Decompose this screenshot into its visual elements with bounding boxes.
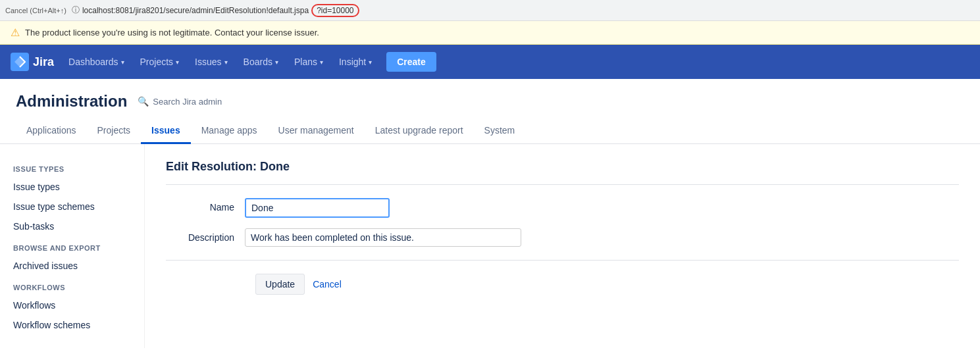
search-icon: 🔍: [138, 96, 149, 107]
content-area: ISSUE TYPES Issue types Issue type schem…: [0, 144, 980, 348]
sidebar-section-workflows: WORKFLOWS Workflows Workflow schemes: [0, 276, 144, 335]
url-base-text: localhost:8081/jira8201/secure/admin/Edi…: [82, 6, 309, 15]
form-row-name: Name: [166, 198, 959, 218]
form-row-description: Description: [166, 228, 959, 247]
nav-boards[interactable]: Boards▾: [237, 53, 285, 71]
sidebar-item-archived-issues[interactable]: Archived issues: [0, 256, 144, 276]
nav-insight[interactable]: Insight▾: [332, 53, 378, 71]
form-divider: [166, 260, 959, 261]
main-content: Edit Resolution: Done Name Description U…: [145, 144, 980, 348]
nav-issues[interactable]: Issues▾: [188, 53, 234, 71]
jira-logo-text: Jira: [33, 55, 54, 69]
description-label: Description: [166, 228, 245, 243]
sidebar-section-title-browse-export: BROWSE AND EXPORT: [0, 236, 144, 256]
sidebar-item-workflow-schemes[interactable]: Workflow schemes: [0, 315, 144, 335]
sidebar-item-issue-type-schemes[interactable]: Issue type schemes: [0, 197, 144, 216]
browser-bar: Cancel (Ctrl+Alt+↑) ⓘ localhost:8081/jir…: [0, 0, 980, 21]
sidebar-item-workflows[interactable]: Workflows: [0, 295, 144, 315]
tab-latest-upgrade[interactable]: Latest upgrade report: [365, 118, 474, 144]
admin-header: Administration 🔍 Search Jira admin: [0, 79, 980, 111]
warning-icon: ⚠: [11, 26, 20, 39]
license-warning-banner: ⚠ The product license you're using is no…: [0, 21, 980, 45]
top-nav: Jira Dashboards▾ Projects▾ Issues▾ Board…: [0, 45, 980, 79]
nav-projects[interactable]: Projects▾: [134, 53, 186, 71]
tab-system[interactable]: System: [474, 118, 526, 144]
nav-dashboards[interactable]: Dashboards▾: [62, 53, 131, 71]
create-button[interactable]: Create: [386, 52, 436, 72]
info-icon: ⓘ: [72, 5, 80, 16]
description-input[interactable]: [245, 228, 521, 247]
chevron-down-icon: ▾: [275, 59, 278, 66]
form-actions: Update Cancel: [255, 274, 959, 295]
sidebar-item-sub-tasks[interactable]: Sub-tasks: [0, 216, 144, 236]
chevron-down-icon: ▾: [121, 59, 124, 66]
admin-title: Administration: [16, 92, 127, 111]
license-warning-text: The product license you're using is not …: [25, 28, 319, 38]
tab-applications[interactable]: Applications: [16, 118, 87, 144]
url-param-highlight: ?id=10000: [311, 4, 359, 17]
name-label: Name: [166, 198, 245, 213]
tab-user-management[interactable]: User management: [268, 118, 365, 144]
chevron-down-icon: ▾: [320, 59, 323, 66]
chevron-down-icon: ▾: [369, 59, 372, 66]
chevron-down-icon: ▾: [176, 59, 179, 66]
admin-tabs: Applications Projects Issues Manage apps…: [0, 118, 980, 144]
sidebar: ISSUE TYPES Issue types Issue type schem…: [0, 144, 145, 348]
sidebar-section-issue-types: ISSUE TYPES Issue types Issue type schem…: [0, 157, 144, 236]
search-admin-text: Search Jira admin: [153, 97, 222, 107]
url-bar: ⓘ localhost:8081/jira8201/secure/admin/E…: [72, 4, 975, 17]
sidebar-item-issue-types[interactable]: Issue types: [0, 177, 144, 197]
search-admin[interactable]: 🔍 Search Jira admin: [138, 96, 222, 107]
jira-logo-icon: [11, 53, 29, 71]
cancel-nav-button[interactable]: Cancel (Ctrl+Alt+↑): [5, 7, 66, 14]
name-input[interactable]: [245, 198, 390, 218]
cancel-button[interactable]: Cancel: [313, 279, 342, 289]
sidebar-section-title-workflows: WORKFLOWS: [0, 276, 144, 295]
sidebar-section-browse-export: BROWSE AND EXPORT Archived issues: [0, 236, 144, 276]
tab-issues[interactable]: Issues: [141, 118, 191, 144]
edit-resolution-title: Edit Resolution: Done: [166, 160, 959, 185]
chevron-down-icon: ▾: [224, 59, 228, 66]
jira-logo[interactable]: Jira: [11, 53, 54, 71]
tab-projects[interactable]: Projects: [87, 118, 142, 144]
update-button[interactable]: Update: [255, 274, 305, 295]
nav-plans[interactable]: Plans▾: [288, 53, 330, 71]
tab-manage-apps[interactable]: Manage apps: [191, 118, 268, 144]
sidebar-section-title-issue-types: ISSUE TYPES: [0, 157, 144, 177]
